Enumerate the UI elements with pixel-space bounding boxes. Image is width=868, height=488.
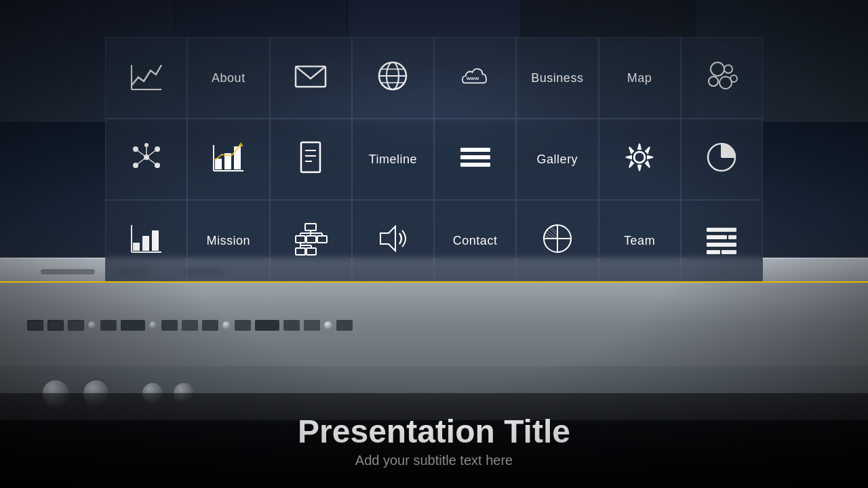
tile-email[interactable] bbox=[270, 37, 352, 119]
console-button bbox=[255, 320, 279, 331]
console-button bbox=[47, 320, 64, 331]
org-chart-icon bbox=[293, 221, 328, 260]
console-button bbox=[202, 320, 218, 331]
tiles-grid: About www bbox=[105, 37, 763, 281]
tile-mission[interactable]: Mission bbox=[187, 200, 269, 281]
tile-org-chart[interactable] bbox=[270, 200, 352, 281]
mission-label: Mission bbox=[207, 234, 251, 248]
www-cloud-icon: www bbox=[458, 58, 493, 98]
console-main bbox=[0, 285, 868, 366]
svg-line-20 bbox=[136, 149, 146, 157]
console-button bbox=[161, 320, 178, 331]
tile-circles[interactable] bbox=[681, 37, 763, 119]
svg-rect-31 bbox=[301, 142, 320, 172]
contact-label: Contact bbox=[453, 234, 498, 248]
svg-rect-35 bbox=[460, 148, 490, 152]
tile-network[interactable] bbox=[105, 119, 187, 200]
about-label: About bbox=[212, 71, 245, 85]
tile-pie-filled[interactable] bbox=[516, 200, 598, 281]
svg-rect-77 bbox=[707, 250, 720, 254]
tile-globe[interactable] bbox=[352, 37, 434, 119]
tile-team[interactable]: Team bbox=[599, 200, 681, 281]
tile-about[interactable]: About bbox=[187, 37, 269, 119]
tile-line-chart[interactable] bbox=[105, 37, 187, 119]
svg-rect-76 bbox=[707, 243, 736, 247]
line-chart-icon bbox=[129, 58, 164, 98]
console-strip bbox=[41, 269, 95, 274]
console-button bbox=[68, 320, 84, 331]
tile-speaker[interactable] bbox=[352, 200, 434, 281]
gear-icon bbox=[622, 140, 657, 179]
envelope-icon bbox=[293, 58, 328, 98]
console-button bbox=[336, 320, 353, 331]
globe-icon bbox=[375, 58, 410, 98]
console-button bbox=[235, 320, 251, 331]
lines-icon bbox=[458, 140, 493, 179]
document-icon bbox=[293, 140, 328, 179]
svg-rect-44 bbox=[133, 243, 140, 251]
console-button bbox=[283, 320, 300, 331]
svg-text:www: www bbox=[466, 75, 479, 81]
tile-map[interactable]: Map bbox=[599, 37, 681, 119]
team-label: Team bbox=[624, 234, 655, 248]
svg-rect-36 bbox=[460, 155, 490, 159]
presentation-title: Presentation Title bbox=[298, 413, 570, 450]
yellow-line bbox=[0, 281, 868, 283]
pie-chart-outline-icon bbox=[704, 140, 739, 179]
console-button bbox=[182, 320, 198, 331]
svg-rect-51 bbox=[307, 236, 316, 243]
svg-rect-37 bbox=[460, 163, 490, 167]
tile-bar-chart[interactable] bbox=[187, 119, 269, 200]
svg-point-11 bbox=[709, 77, 718, 86]
console-button bbox=[27, 320, 43, 331]
svg-rect-53 bbox=[296, 248, 305, 255]
tile-gallery[interactable]: Gallery bbox=[516, 119, 598, 200]
console-knob bbox=[222, 321, 231, 329]
svg-line-21 bbox=[146, 149, 157, 157]
svg-point-13 bbox=[730, 75, 737, 82]
console-knob bbox=[88, 321, 96, 329]
tile-document[interactable] bbox=[270, 119, 352, 200]
svg-rect-74 bbox=[707, 228, 736, 232]
gallery-label: Gallery bbox=[537, 152, 578, 167]
svg-rect-50 bbox=[296, 236, 305, 243]
svg-point-9 bbox=[711, 62, 724, 76]
svg-rect-45 bbox=[142, 236, 149, 251]
network-icon bbox=[129, 140, 164, 179]
svg-rect-54 bbox=[307, 248, 316, 255]
tile-bar-chart-2[interactable] bbox=[105, 200, 187, 281]
speaker-icon bbox=[375, 221, 410, 260]
console-button bbox=[121, 320, 145, 331]
svg-rect-78 bbox=[728, 235, 736, 239]
svg-rect-49 bbox=[305, 224, 316, 230]
pie-filled-icon bbox=[540, 221, 575, 260]
tile-pie-outline[interactable] bbox=[681, 119, 763, 200]
bar-chart-2-icon bbox=[129, 221, 164, 260]
circles-icon bbox=[704, 58, 739, 98]
console-knob bbox=[324, 321, 332, 329]
svg-rect-46 bbox=[152, 230, 159, 251]
tile-timeline[interactable]: Timeline bbox=[352, 119, 434, 200]
tile-lines[interactable] bbox=[434, 119, 516, 200]
console-knob bbox=[149, 321, 157, 329]
text-align-icon bbox=[704, 221, 739, 260]
console-button bbox=[304, 320, 320, 331]
tile-business[interactable]: Business bbox=[516, 37, 598, 119]
svg-line-22 bbox=[136, 157, 146, 165]
timeline-label: Timeline bbox=[369, 152, 417, 167]
title-area: Presentation Title Add your subtitle tex… bbox=[0, 393, 868, 488]
tile-contact[interactable]: Contact bbox=[434, 200, 516, 281]
bar-chart-icon bbox=[211, 140, 246, 179]
svg-rect-79 bbox=[722, 250, 736, 254]
svg-marker-30 bbox=[238, 142, 243, 146]
svg-rect-52 bbox=[317, 236, 327, 243]
tile-www[interactable]: www bbox=[434, 37, 516, 119]
presentation-subtitle: Add your subtitle text here bbox=[355, 453, 513, 468]
svg-point-10 bbox=[724, 65, 732, 73]
tile-text-align[interactable] bbox=[681, 200, 763, 281]
tile-gear[interactable] bbox=[599, 119, 681, 200]
svg-point-40 bbox=[637, 155, 642, 160]
svg-rect-25 bbox=[215, 159, 222, 169]
business-label: Business bbox=[531, 71, 583, 85]
map-label: Map bbox=[627, 71, 652, 85]
